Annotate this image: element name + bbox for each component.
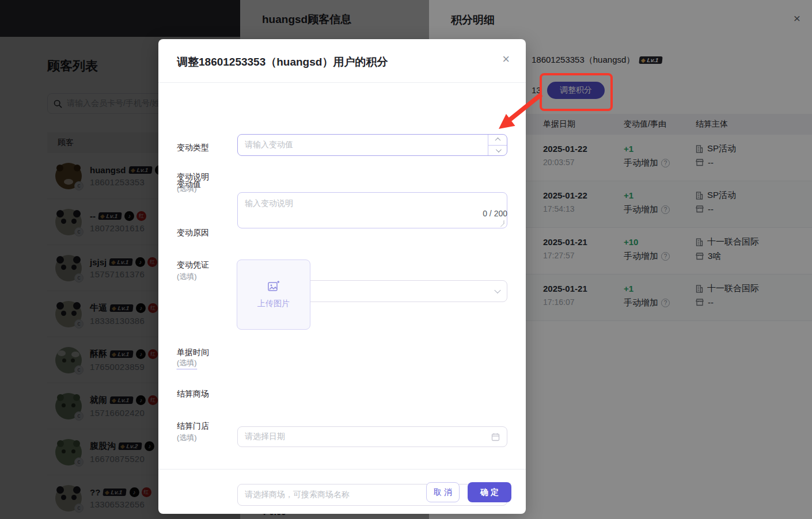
doc-date-picker[interactable]: 请选择日期 bbox=[237, 426, 507, 447]
field-label-voucher: 变动凭证 bbox=[177, 260, 209, 270]
field-label-change-desc: 变动说明 bbox=[177, 172, 209, 182]
chevron-down-icon bbox=[494, 287, 500, 293]
resize-handle-icon[interactable] bbox=[500, 220, 504, 227]
confirm-button[interactable]: 确 定 bbox=[468, 482, 511, 502]
cancel-button[interactable]: 取 消 bbox=[426, 482, 460, 502]
change-value-input[interactable]: 请输入变动值 bbox=[237, 134, 507, 156]
field-label-change-type: 变动类型 bbox=[177, 143, 209, 153]
optional-tag: (选填) bbox=[177, 272, 197, 282]
field-label-change-reason: 变动原因 bbox=[177, 228, 209, 238]
optional-tag: (选填) bbox=[177, 184, 197, 194]
annotation-arrow-icon bbox=[484, 86, 559, 141]
chevron-down-icon bbox=[495, 147, 501, 152]
stepper-down-button[interactable] bbox=[488, 145, 507, 156]
optional-tag: (选填) bbox=[177, 358, 197, 369]
divider bbox=[158, 469, 526, 470]
adjust-points-modal: 调整18601253353（huangsd）用户的积分 × 变动类型 增加 减少… bbox=[158, 39, 526, 514]
image-upload-icon bbox=[267, 280, 280, 293]
calendar-icon bbox=[491, 433, 500, 441]
field-label-doc-time: 单据时间 bbox=[177, 348, 209, 358]
mall-select[interactable]: 请选择商场，可搜索商场名称 bbox=[237, 484, 507, 506]
modal-title: 调整18601253353（huangsd）用户的积分 bbox=[177, 55, 388, 70]
divider bbox=[158, 82, 526, 83]
field-label-store: 结算门店 bbox=[177, 421, 209, 432]
optional-tag: (选填) bbox=[177, 433, 197, 443]
upload-image-button[interactable]: 上传图片 bbox=[237, 260, 310, 330]
field-label-mall: 结算商场 bbox=[177, 389, 209, 399]
close-icon[interactable]: × bbox=[502, 53, 510, 66]
char-counter: 0 / 200 bbox=[237, 209, 507, 218]
